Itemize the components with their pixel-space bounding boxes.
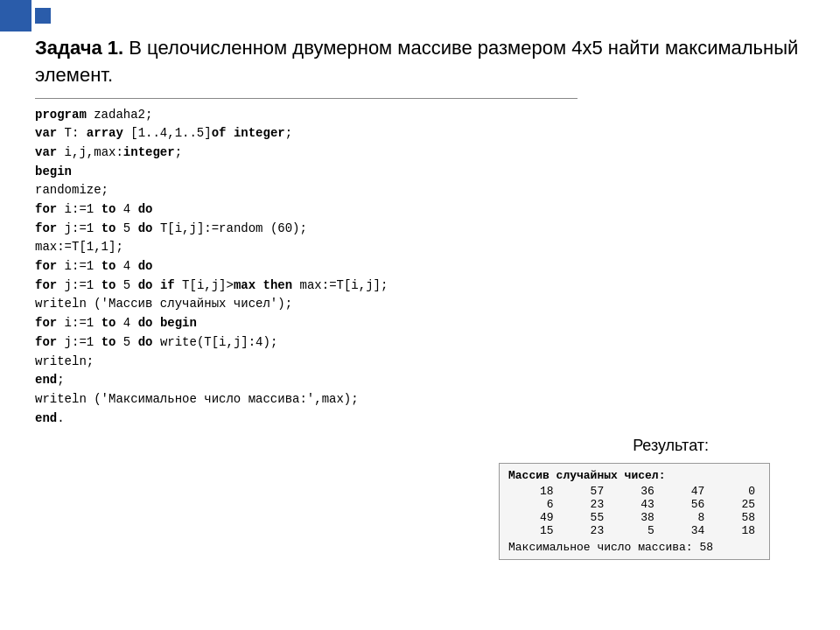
page: Задача 1. В целочисленном двумерном масс…	[0, 0, 840, 630]
table-cell: 49	[508, 511, 559, 524]
table-row: 495538858	[508, 511, 760, 524]
code-line: writeln ('Массив случайных чисел');	[35, 295, 578, 314]
table-cell: 34	[660, 524, 710, 537]
table-row: 185736470	[508, 485, 760, 498]
code-line: randomize;	[35, 181, 578, 200]
code-line: begin	[35, 163, 578, 182]
result-title: Массив случайных чисел:	[508, 469, 760, 482]
code-line: max:=T[1,1];	[35, 238, 578, 257]
title-bold: Задача 1.	[35, 37, 123, 59]
blue-square-small	[35, 8, 51, 24]
code-line: for i:=1 to 4 do	[35, 257, 578, 276]
code-line: program zadaha2;	[35, 106, 578, 125]
table-cell: 25	[710, 498, 760, 511]
page-title: Задача 1. В целочисленном двумерном масс…	[35, 35, 805, 89]
code-line: for j:=1 to 5 do if T[i,j]>max then max:…	[35, 276, 578, 296]
table-row: 623435625	[508, 498, 760, 511]
table-cell: 36	[609, 485, 660, 498]
table-cell: 43	[609, 498, 660, 511]
result-max-line: Максимальное число массива: 58	[508, 541, 760, 554]
table-row: 152353418	[508, 524, 760, 537]
code-line: end;	[35, 371, 578, 390]
code-line: for j:=1 to 5 do T[i,j]:=random (60);	[35, 220, 578, 239]
table-cell: 57	[559, 485, 610, 498]
table-cell: 56	[660, 498, 710, 511]
code-line: end.	[35, 410, 578, 429]
code-line: for j:=1 to 5 do write(T[i,j]:4);	[35, 333, 578, 353]
table-cell: 23	[559, 498, 610, 511]
table-cell: 18	[508, 485, 559, 498]
result-box: Массив случайных чисел: 1857364706234356…	[499, 463, 770, 560]
result-label: Результат:	[633, 437, 709, 455]
code-block: program zadaha2;var T: array [1..4,1..5]…	[35, 106, 578, 429]
table-cell: 23	[559, 524, 610, 537]
table-cell: 58	[710, 511, 760, 524]
table-cell: 55	[559, 511, 610, 524]
table-cell: 5	[609, 524, 660, 537]
code-line: var T: array [1..4,1..5]of integer;	[35, 124, 578, 144]
code-line: writeln ('Максимальное число массива:',m…	[35, 390, 578, 410]
table-cell: 47	[660, 485, 710, 498]
table-cell: 18	[710, 524, 760, 537]
top-decoration	[0, 0, 51, 32]
blue-square-large	[0, 0, 32, 32]
table-cell: 0	[710, 485, 760, 498]
table-cell: 38	[609, 511, 660, 524]
code-line: var i,j,max:integer;	[35, 144, 578, 163]
divider	[35, 98, 578, 99]
code-line: for i:=1 to 4 do	[35, 200, 578, 220]
table-cell: 15	[508, 524, 559, 537]
code-line: for i:=1 to 4 do begin	[35, 314, 578, 333]
table-cell: 6	[508, 498, 559, 511]
result-table: 185736470623435625495538858152353418	[508, 485, 760, 537]
table-cell: 8	[660, 511, 710, 524]
code-line: writeln;	[35, 353, 578, 372]
title-normal: В целочисленном двумерном массиве размер…	[35, 37, 798, 86]
